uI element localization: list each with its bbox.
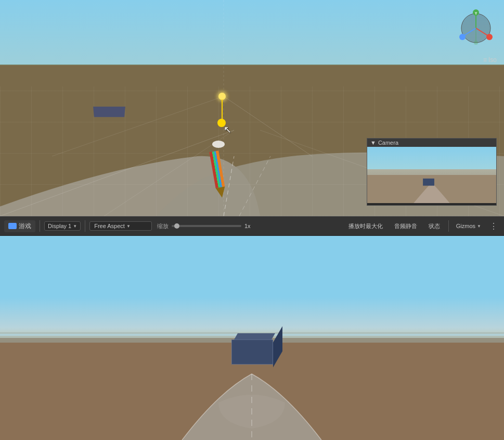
scale-slider-thumb (174, 223, 179, 229)
camera-icon: ▼ (370, 140, 376, 146)
game-tab[interactable]: 游戏 (4, 220, 35, 232)
game-box-object (231, 340, 273, 364)
scene-view: ↖ Y ≡ Iso ▼ Camera (0, 0, 504, 216)
svg-point-19 (474, 41, 478, 45)
aspect-dropdown[interactable]: Free Aspect ▼ (89, 221, 152, 231)
game-icon (8, 223, 17, 229)
sun-connector (222, 99, 223, 119)
cursor: ↖ (224, 124, 231, 135)
sun-object (218, 93, 226, 100)
box-front-face (231, 340, 273, 364)
iso-text: Iso (488, 56, 497, 64)
svg-point-17 (459, 34, 466, 40)
stats-button[interactable]: 状态 (424, 221, 444, 232)
camera-preview-panel[interactable]: ▼ Camera (367, 138, 497, 206)
cloud-object (212, 141, 225, 148)
scale-slider-wrap: 1x (172, 223, 255, 229)
camera-preview-header: ▼ Camera (367, 139, 496, 147)
box-object-scene (93, 107, 125, 117)
separator-2 (85, 220, 85, 232)
svg-point-15 (486, 34, 493, 40)
svg-rect-21 (423, 179, 434, 186)
camera-label: Camera (378, 140, 398, 146)
gizmos-label: Gizmos (456, 223, 475, 229)
gizmos-dropdown-arrow: ▼ (477, 224, 481, 229)
display-dropdown[interactable]: Display 1 ▼ (44, 221, 81, 231)
iso-icon: ≡ (483, 56, 487, 64)
scale-value: 1x (244, 223, 255, 229)
more-options-button[interactable]: ⋮ (487, 221, 500, 231)
scene-gizmo[interactable]: Y (455, 7, 497, 49)
aspect-label: Free Aspect (94, 223, 125, 229)
mute-button[interactable]: 音频静音 (390, 221, 421, 232)
camera-preview-road-svg (367, 147, 496, 203)
display-label: Display 1 (48, 223, 71, 229)
game-view (0, 236, 504, 440)
scale-slider[interactable] (172, 225, 241, 227)
game-tab-label: 游戏 (19, 222, 31, 231)
separator-3 (448, 220, 449, 232)
iso-label[interactable]: ≡ Iso (483, 56, 497, 64)
separator-1 (40, 220, 40, 232)
aspect-dropdown-arrow: ▼ (126, 224, 131, 229)
gizmos-button[interactable]: Gizmos ▼ (453, 221, 484, 231)
maximize-button[interactable]: 播放时最大化 (344, 221, 387, 232)
scale-label: 缩放 (157, 222, 169, 230)
svg-text:Y: Y (475, 11, 477, 15)
display-dropdown-arrow: ▼ (73, 224, 77, 229)
game-toolbar: 游戏 Display 1 ▼ Free Aspect ▼ 缩放 1x 播放时最大… (0, 216, 504, 236)
camera-preview-content (367, 147, 496, 203)
